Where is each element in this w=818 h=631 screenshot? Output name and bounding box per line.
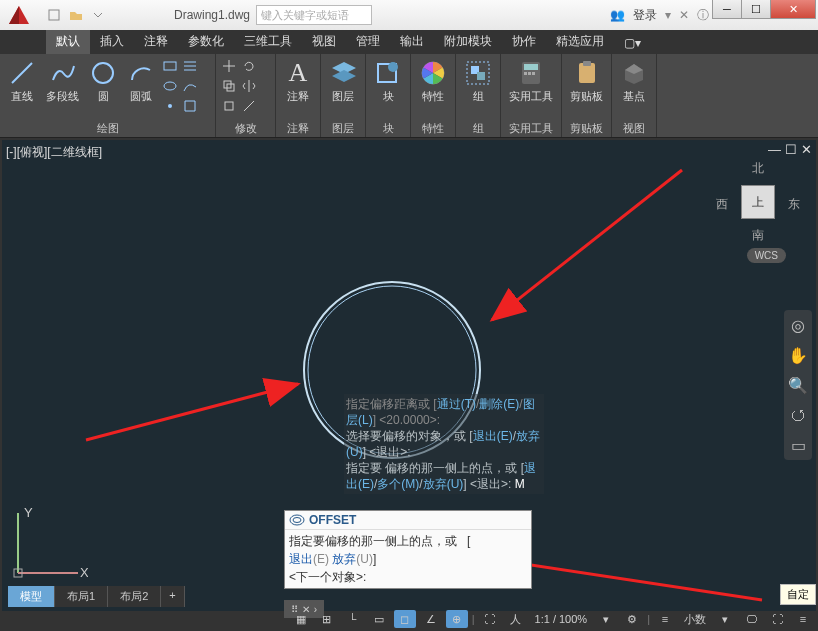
wcs-badge[interactable]: WCS (747, 248, 786, 263)
login-button[interactable]: 登录 (633, 7, 657, 24)
tab-featured[interactable]: 精选应用 (546, 29, 614, 54)
spline-icon[interactable] (181, 77, 199, 95)
view-cube[interactable]: 北 东 南 西 上 (718, 162, 798, 242)
vp-minimize-icon[interactable]: — (768, 142, 781, 157)
ortho-icon[interactable]: ▭ (368, 610, 390, 628)
workspace-icon[interactable]: ⛶ (479, 610, 501, 628)
menu-icon[interactable]: ≡ (792, 610, 814, 628)
point-icon[interactable] (161, 97, 179, 115)
tab-view[interactable]: 视图 (302, 29, 346, 54)
opt-exit[interactable]: 退出 (289, 552, 313, 566)
tab-default[interactable]: 默认 (46, 29, 90, 54)
grid-icon[interactable]: ⊞ (316, 610, 338, 628)
scale-dropdown-icon[interactable]: ▾ (595, 610, 617, 628)
tab-parametric[interactable]: 参数化 (178, 29, 234, 54)
layer-button[interactable]: 图层 (325, 57, 361, 120)
tab-annotate[interactable]: 注释 (134, 29, 178, 54)
tab-add[interactable]: + (161, 586, 184, 607)
move-icon[interactable] (220, 57, 238, 75)
panel-label-layer[interactable]: 图层 (325, 120, 361, 137)
clean-screen-icon[interactable]: ⛶ (766, 610, 788, 628)
panel-label-view[interactable]: 视图 (616, 120, 652, 137)
otrack-icon[interactable]: ∠ (420, 610, 442, 628)
panel-label-prop[interactable]: 特性 (415, 120, 451, 137)
close-button[interactable]: ✕ (770, 0, 816, 19)
gear-icon[interactable]: ⚙ (621, 610, 643, 628)
maximize-button[interactable]: ☐ (741, 0, 771, 19)
hatch-icon[interactable] (181, 57, 199, 75)
viewport-label[interactable]: [-][俯视][二维线框] (6, 144, 102, 161)
tab-insert[interactable]: 插入 (90, 29, 134, 54)
line-button[interactable]: 直线 (4, 57, 40, 120)
panel-label-clip[interactable]: 剪贴板 (566, 120, 607, 137)
svg-point-10 (388, 62, 398, 72)
pan-icon[interactable]: ✋ (787, 344, 809, 366)
new-icon[interactable] (44, 5, 64, 25)
drawing-viewport[interactable]: [-][俯视][二维线框] — ☐ ✕ 北 东 南 西 上 WCS ◎ ✋ 🔍 … (2, 140, 816, 611)
panel-label-group[interactable]: 组 (460, 120, 496, 137)
command-input-tooltip: OFFSET 指定要偏移的那一侧上的点，或 [ 退出(E) 放弃(U)] <下一… (284, 510, 532, 589)
svg-rect-21 (583, 61, 591, 66)
rect-icon[interactable] (161, 57, 179, 75)
panel-label-annot[interactable]: 注释 (280, 120, 316, 137)
minimize-button[interactable]: ─ (712, 0, 742, 19)
tab-collab[interactable]: 协作 (502, 29, 546, 54)
svg-point-5 (168, 104, 172, 108)
text-button[interactable]: A注释 (280, 57, 316, 120)
tab-layout1[interactable]: 布局1 (55, 586, 108, 607)
group-button[interactable]: 组 (460, 57, 496, 120)
panel-label-modify[interactable]: 修改 (220, 120, 271, 137)
snap-icon[interactable]: └ (342, 610, 364, 628)
basepoint-button[interactable]: 基点 (616, 57, 652, 120)
viewcube-top-face[interactable]: 上 (741, 185, 775, 219)
panel-label-block[interactable]: 块 (370, 120, 406, 137)
panel-label-draw[interactable]: 绘图 (4, 120, 211, 137)
orbit-icon[interactable]: ⭯ (787, 404, 809, 426)
ellipse-icon[interactable] (161, 77, 179, 95)
vp-close-icon[interactable]: ✕ (801, 142, 812, 157)
panel-label-util[interactable]: 实用工具 (505, 120, 557, 137)
units-display[interactable]: 小数 (680, 612, 710, 627)
tab-layout2[interactable]: 布局2 (108, 586, 161, 607)
properties-button[interactable]: 特性 (415, 57, 451, 120)
app-menu-button[interactable] (0, 0, 38, 30)
open-icon[interactable] (66, 5, 86, 25)
arc-button[interactable]: 圆弧 (123, 57, 159, 120)
units-dropdown-icon[interactable]: ▾ (714, 610, 736, 628)
vp-maximize-icon[interactable]: ☐ (785, 142, 797, 157)
customize-icon[interactable]: 🖵 (740, 610, 762, 628)
copy-icon[interactable] (220, 77, 238, 95)
steering-wheel-icon[interactable]: ◎ (787, 314, 809, 336)
zoom-icon[interactable]: 🔍 (787, 374, 809, 396)
scale-display[interactable]: 1:1 / 100% (531, 613, 592, 625)
tab-model[interactable]: 模型 (8, 586, 55, 607)
osnap-icon[interactable]: ◻ (394, 610, 416, 628)
stretch-icon[interactable] (220, 97, 238, 115)
tab-manage[interactable]: 管理 (346, 29, 390, 54)
tab-addins[interactable]: 附加模块 (434, 29, 502, 54)
signin-icon[interactable]: 👥 (610, 8, 625, 22)
annotation-scale-icon[interactable]: 人 (505, 610, 527, 628)
scale-icon[interactable] (240, 97, 258, 115)
polyline-button[interactable]: 多段线 (42, 57, 83, 120)
exchange-icon[interactable]: ✕ (679, 8, 689, 22)
ribbon-panel: 直线 多段线 圆 圆弧 绘图 修改 (0, 54, 818, 138)
tab-output[interactable]: 输出 (390, 29, 434, 54)
dyn-input-icon[interactable]: ⊕ (446, 610, 468, 628)
block-button[interactable]: 块 (370, 57, 406, 120)
search-input[interactable]: 键入关键字或短语 (256, 5, 372, 25)
tab-3dtools[interactable]: 三维工具 (234, 29, 302, 54)
circle-button[interactable]: 圆 (85, 57, 121, 120)
showmotion-icon[interactable]: ▭ (787, 434, 809, 456)
utilities-button[interactable]: 实用工具 (505, 57, 557, 120)
units-icon[interactable]: ≡ (654, 610, 676, 628)
tab-search-icon[interactable]: ▢▾ (614, 32, 651, 54)
clipboard-button[interactable]: 剪贴板 (566, 57, 607, 120)
ucs-icon[interactable]: Y X (8, 503, 88, 583)
region-icon[interactable] (181, 97, 199, 115)
dropdown-icon[interactable] (88, 5, 108, 25)
mirror-icon[interactable] (240, 77, 258, 95)
model-space-icon[interactable]: ▦ (290, 610, 312, 628)
opt-undo[interactable]: 放弃 (332, 552, 356, 566)
rotate-icon[interactable] (240, 57, 258, 75)
